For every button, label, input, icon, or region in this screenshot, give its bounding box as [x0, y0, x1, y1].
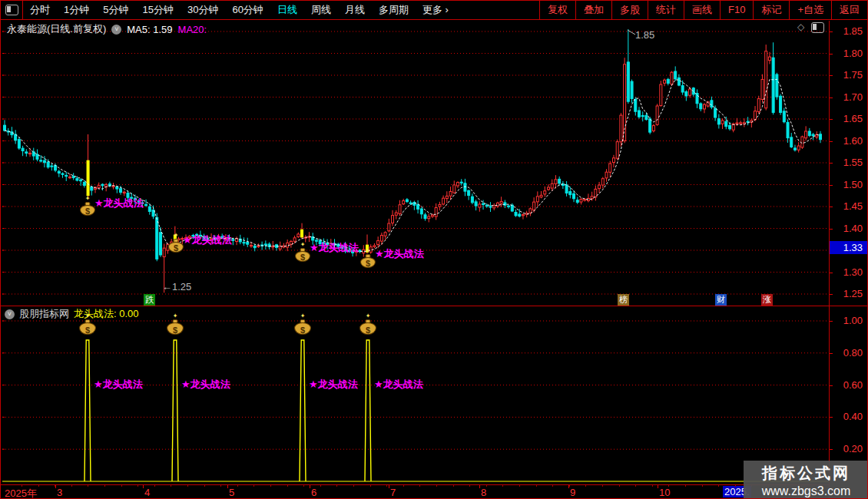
menu-action-+自选[interactable]: +自选	[789, 1, 831, 19]
signal-label: ★龙头战法	[309, 378, 358, 392]
x-axis-minor-tick	[668, 485, 669, 487]
x-axis-month-label: 6	[311, 487, 316, 498]
x-axis-minor-tick	[403, 485, 404, 487]
x-axis-month-label: 10	[659, 487, 670, 498]
price-axis-label: 1.70	[843, 91, 863, 104]
price-axis-tick	[830, 163, 833, 164]
panel-divider[interactable]	[1, 306, 867, 306]
x-axis-minor-tick	[569, 485, 570, 487]
x-axis-minor-tick	[619, 485, 620, 487]
x-axis-minor-tick	[519, 485, 520, 487]
menu-action-F10[interactable]: F10	[720, 1, 753, 19]
menu-item-月线[interactable]: 月线	[338, 1, 372, 19]
price-axis-label: 1.55	[843, 157, 863, 169]
x-axis-minor-tick	[187, 485, 188, 487]
menu-action-标记[interactable]: 标记	[753, 1, 789, 19]
price-axis-tick	[830, 207, 833, 207]
menu-item-1分钟[interactable]: 1分钟	[57, 1, 96, 19]
x-axis-tick	[143, 485, 144, 488]
signal-label: ★龙头战法	[375, 247, 424, 261]
market-badge-涨[interactable]: 涨	[761, 294, 773, 306]
price-axis-label: 1.65	[843, 113, 863, 125]
sparkle-icon: ✦	[173, 313, 178, 319]
menu-action-复权[interactable]: 复权	[539, 1, 575, 19]
menu-item-5分钟[interactable]: 5分钟	[96, 1, 135, 19]
diamond-icon[interactable]: ◇	[797, 21, 804, 32]
dollar-sign: $	[168, 243, 184, 253]
sparkle-icon: ✦	[85, 196, 91, 202]
money-bag-icon: ✦$	[360, 253, 376, 268]
money-bag-icon: ✦$	[168, 238, 184, 253]
menu-item-多周期[interactable]: 多周期	[372, 1, 416, 19]
dollar-sign: $	[294, 326, 311, 335]
indicator-axis-label: 0.40	[843, 411, 863, 423]
main-candlestick-chart[interactable]	[2, 21, 829, 306]
market-badge-财[interactable]: 财	[715, 294, 727, 306]
x-axis-minor-tick	[204, 485, 205, 487]
menu-spacer	[456, 1, 539, 19]
window-layout-button[interactable]	[1, 1, 23, 19]
indicator-axis: 1.000.800.600.400.20	[830, 306, 867, 484]
watermark-title: 指标公式网	[744, 463, 868, 484]
x-axis-minor-tick	[502, 485, 503, 487]
signal-label: ★龙头战法	[94, 197, 144, 210]
x-axis-minor-tick	[536, 485, 537, 487]
watermark: 指标公式网 www.zbgs3.com	[744, 461, 868, 499]
market-badge-跌[interactable]: 跌	[144, 294, 155, 306]
menu-item-分时[interactable]: 分时	[23, 1, 57, 19]
x-axis-minor-tick	[38, 485, 39, 487]
price-axis-tick	[830, 141, 833, 142]
split-panel-icon	[5, 5, 18, 15]
x-axis-tick	[310, 485, 310, 488]
dollar-sign: $	[167, 326, 184, 335]
menu-item-更多 ›[interactable]: 更多 ›	[416, 1, 456, 19]
menu-item-15分钟[interactable]: 15分钟	[135, 1, 180, 19]
menu-action-叠加[interactable]: 叠加	[575, 1, 611, 19]
signal-label: ★龙头战法	[181, 378, 230, 392]
menu-action-多股[interactable]: 多股	[611, 1, 648, 19]
price-axis-tick	[830, 54, 833, 55]
menu-item-30分钟[interactable]: 30分钟	[181, 1, 225, 19]
money-bag-icon: ✦$	[79, 319, 96, 335]
chevron-down-icon[interactable]: ˅	[111, 25, 121, 35]
indicator-axis-label: 0.20	[843, 443, 863, 455]
price-axis-label: 1.30	[843, 266, 863, 279]
x-axis-minor-tick	[270, 485, 271, 487]
money-bag-icon: ✦$	[167, 319, 184, 335]
x-axis-year-label: 2025年	[5, 487, 37, 499]
price-axis-tick	[830, 273, 833, 273]
menu-action-返回[interactable]: 返回	[831, 1, 867, 19]
menu-action-统计[interactable]: 统计	[648, 1, 684, 19]
menu-item-60分钟[interactable]: 60分钟	[225, 1, 270, 19]
price-axis-tick	[830, 229, 833, 230]
dollar-sign: $	[360, 259, 376, 268]
x-axis-minor-tick	[685, 485, 686, 487]
x-axis-minor-tick	[253, 485, 254, 487]
price-axis-label: 1.40	[843, 223, 863, 235]
x-axis-minor-tick	[88, 485, 88, 487]
market-badge-榜[interactable]: 榜	[618, 294, 629, 306]
x-axis-minor-tick	[104, 485, 105, 487]
indicator-chart[interactable]	[2, 306, 829, 484]
trading-app-window: 分时1分钟5分钟15分钟30分钟60分钟日线周线月线多周期更多 › 复权叠加多股…	[0, 0, 868, 499]
x-axis-month-label: 8	[481, 487, 486, 498]
price-axis-tick	[830, 119, 833, 120]
period-menu: 分时1分钟5分钟15分钟30分钟60分钟日线周线月线多周期更多 ›	[23, 1, 456, 19]
chevron-down-icon[interactable]: ˅	[5, 309, 15, 319]
x-axis-month-label: 7	[390, 487, 396, 498]
chart-header: 永泰能源(日线.前复权) ˅ MA5: 1.59 MA20:	[7, 22, 207, 36]
split-panel-icon	[811, 22, 824, 33]
x-axis-month-label: 5	[229, 487, 234, 498]
x-axis-minor-tick	[121, 485, 122, 487]
sparkle-icon: ✦	[366, 248, 371, 254]
menu-item-日线[interactable]: 日线	[270, 1, 304, 19]
low-price-annotation: ←1.25	[162, 281, 191, 292]
x-axis-month-label: 4	[144, 487, 150, 498]
menu-item-周线[interactable]: 周线	[304, 1, 338, 19]
watermark-url: www.zbgs3.com	[744, 484, 868, 498]
dollar-sign: $	[79, 326, 96, 335]
menu-action-画线[interactable]: 画线	[684, 1, 720, 19]
stock-title: 永泰能源(日线.前复权)	[7, 22, 106, 36]
price-axis-tick	[830, 97, 833, 98]
panel-toggle-icon[interactable]	[811, 22, 824, 35]
